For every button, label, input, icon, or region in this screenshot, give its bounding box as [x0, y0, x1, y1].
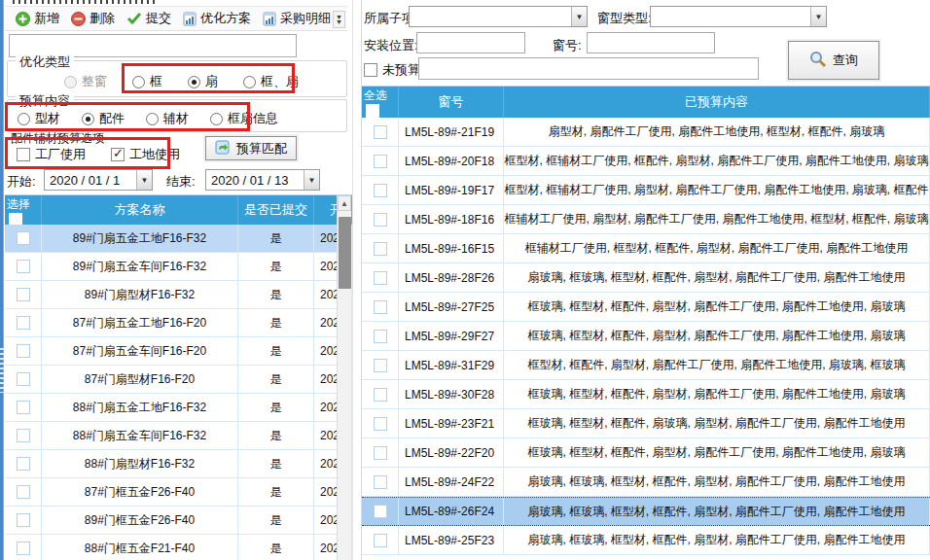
window-row[interactable]: LM5L-89#-26F24扇玻璃, 框玻璃, 框型材, 框配件, 扇型材, 扇…: [362, 497, 930, 526]
plan-row[interactable]: 88#门框五金F21-F40是2020/0: [5, 535, 352, 560]
row-checkbox[interactable]: [374, 242, 387, 256]
row-checkbox[interactable]: [17, 401, 30, 414]
plan-row[interactable]: 87#门框五金F26-F40是2020/0: [5, 478, 352, 507]
window-row[interactable]: LM5L-89#-27F25框玻璃, 框型材, 框配件, 扇型材, 扇配件工厂使…: [362, 293, 930, 322]
plan-row[interactable]: 87#门扇五金车间F16-F20是2020/0: [5, 337, 352, 366]
window-row[interactable]: LM5L-89#-20F18框型材, 框辅材工厂使用, 框配件, 扇型材, 扇配…: [362, 147, 930, 176]
docked-panel-strip[interactable]: [0, 0, 4, 560]
chevron-down-icon[interactable]: ▼: [136, 170, 152, 190]
row-select-cell: [362, 293, 399, 321]
chevron-down-icon[interactable]: ▼: [810, 7, 826, 26]
strip-drag-handle[interactable]: [0, 348, 4, 393]
window-row[interactable]: LM5L-89#-22F20框玻璃, 框型材, 框配件, 扇型材, 扇配件工厂使…: [362, 438, 930, 468]
start-date-picker[interactable]: 2020 / 01 / 1 ▼: [44, 169, 153, 191]
window-row[interactable]: LM5L-89#-28F26扇玻璃, 框玻璃, 框型材, 框配件, 扇型材, 扇…: [362, 263, 930, 293]
plan-row[interactable]: 89#门框五金F26-F40是2020/0: [5, 507, 352, 535]
row-checkbox[interactable]: [374, 534, 387, 547]
checkbox-option-site-use[interactable]: 工地使用: [111, 146, 180, 163]
delete-button[interactable]: 删除: [66, 7, 122, 30]
window-no-input[interactable]: [587, 32, 715, 53]
plan-row[interactable]: 88#门扇型材F16-F32是2020/0: [5, 450, 352, 478]
plan-row[interactable]: 87#门扇五金工地F16-F20是2020/0: [5, 309, 352, 337]
row-checkbox[interactable]: [374, 184, 387, 197]
window-row[interactable]: LM5L-89#-18F16框辅材工厂使用, 扇型材, 扇配件工厂使用, 扇配件…: [362, 205, 930, 234]
select-all-checkbox[interactable]: [366, 104, 379, 118]
row-checkbox[interactable]: [17, 288, 30, 301]
row-checkbox[interactable]: [374, 271, 387, 285]
row-checkbox[interactable]: [17, 316, 30, 330]
window-row[interactable]: LM5L-89#-31F29框型材, 框配件, 扇型材, 扇配件工厂使用, 扇配…: [362, 351, 930, 380]
window-row[interactable]: LM5L-89#-19F17框型材, 框辅材工厂使用, 扇型材, 扇配件工厂使用…: [362, 176, 930, 205]
row-checkbox[interactable]: [374, 388, 387, 402]
window-row[interactable]: LM5L-89#-30F28框玻璃, 框型材, 框配件, 扇型材, 扇配件工厂使…: [362, 380, 930, 409]
end-date-picker[interactable]: 2020 / 01 / 13 ▼: [205, 169, 320, 191]
row-select-cell: [5, 225, 42, 252]
add-button[interactable]: 新增: [11, 7, 66, 30]
submit-button[interactable]: 提交: [122, 7, 178, 30]
row-checkbox[interactable]: [374, 330, 387, 343]
row-checkbox[interactable]: [374, 446, 387, 460]
scroll-up-arrow[interactable]: ▲: [338, 195, 351, 211]
row-checkbox[interactable]: [17, 485, 30, 499]
row-checkbox[interactable]: [17, 372, 30, 386]
select-all-checkbox[interactable]: [9, 213, 22, 225]
radio-option-frame[interactable]: 框: [132, 73, 162, 90]
plan-row[interactable]: 89#门扇五金工地F16-F32是2020/0: [5, 225, 352, 253]
plans-table-scrollbar[interactable]: ▲: [337, 195, 351, 560]
row-checkbox[interactable]: [17, 231, 30, 245]
optimize-plan-button[interactable]: 优化方案: [178, 7, 258, 30]
row-checkbox[interactable]: [374, 359, 387, 372]
plan-row[interactable]: 89#门扇五金车间F16-F32是2020/0: [5, 253, 352, 281]
window-row[interactable]: LM5L-89#-23F21框玻璃, 框型材, 框配件, 扇玻璃, 扇型材, 扇…: [362, 409, 930, 438]
window-type-combobox[interactable]: ▼: [650, 6, 827, 27]
window-row[interactable]: LM5L-89#-21F19扇型材, 扇配件工厂使用, 扇配件工地使用, 框型材…: [362, 118, 930, 147]
radio-option-auxiliary[interactable]: 辅材: [146, 110, 189, 127]
query-button[interactable]: 查询: [788, 41, 879, 80]
row-checkbox[interactable]: [17, 260, 30, 273]
window-row[interactable]: LM5L-89#-16F15框辅材工厂使用, 框型材, 框配件, 扇型材, 扇配…: [362, 234, 930, 263]
row-checkbox[interactable]: [17, 344, 30, 358]
row-select-cell: [5, 422, 42, 449]
checkbox-option-factory-use[interactable]: 工厂使用: [17, 146, 86, 163]
radio-option-profile[interactable]: 型材: [18, 110, 60, 127]
row-checkbox[interactable]: [374, 475, 387, 489]
window-row[interactable]: LM5L-89#-25F23扇玻璃, 框玻璃, 框型材, 框配件, 扇型材, 扇…: [362, 526, 930, 555]
budget-match-button-label: 预算匹配: [236, 140, 287, 158]
plan-row[interactable]: 87#门扇型材F16-F20是2020/0: [5, 366, 352, 394]
chevron-down-icon[interactable]: ▼: [571, 7, 587, 26]
window-row[interactable]: LM5L-89#-29F27框玻璃, 框型材, 框配件, 扇型材, 扇配件工厂使…: [362, 322, 930, 351]
windows-table: 全选 窗号 已预算内容 LM5L-89#-21F19扇型材, 扇配件工厂使用, …: [362, 86, 930, 560]
install-position-input[interactable]: [416, 32, 525, 53]
row-checkbox[interactable]: [17, 542, 30, 555]
row-checkbox[interactable]: [17, 457, 30, 471]
row-checkbox[interactable]: [374, 125, 387, 139]
radio-option-sash[interactable]: 扇: [188, 73, 218, 90]
plan-row[interactable]: 88#门扇五金工地F16-F32是2020/0: [5, 394, 352, 422]
window-row[interactable]: LM5L-89#-24F22扇玻璃, 框玻璃, 框型材, 框配件, 扇型材, 扇…: [362, 468, 930, 497]
row-checkbox[interactable]: [374, 155, 387, 168]
budget-match-button[interactable]: 预算匹配: [205, 136, 297, 160]
panel-splitter[interactable]: [352, 0, 362, 560]
row-checkbox[interactable]: [374, 505, 387, 518]
optimize-plan-button-label: 优化方案: [200, 10, 251, 27]
row-checkbox[interactable]: [374, 417, 387, 431]
scrollbar-thumb[interactable]: [339, 217, 351, 289]
row-checkbox[interactable]: [374, 213, 387, 227]
row-checkbox[interactable]: [374, 300, 387, 314]
radio-option-frame-sash-info[interactable]: 框扇信息: [210, 110, 278, 127]
sub-item-combobox[interactable]: ▼: [409, 6, 588, 27]
radio-option-frame-sash[interactable]: 框、扇: [243, 73, 299, 90]
row-checkbox[interactable]: [17, 429, 30, 442]
no-budget-checkbox-option[interactable]: 未预算:: [364, 61, 424, 79]
plan-row[interactable]: 89#门扇型材F16-F32是2020/0: [5, 281, 352, 309]
row-select-cell: [362, 526, 399, 554]
radio-option-accessory[interactable]: 配件: [82, 110, 125, 127]
no-budget-input[interactable]: [418, 57, 759, 80]
radio-icon: [243, 76, 256, 88]
row-checkbox[interactable]: [17, 513, 30, 527]
plan-submitted-cell: 是: [238, 450, 314, 477]
plan-name-cell: 89#门框五金F26-F40: [42, 507, 238, 534]
toolbar-overflow-button[interactable]: ▼▼: [333, 11, 345, 28]
plan-row[interactable]: 88#门扇五金车间F16-F32是2020/0: [5, 422, 352, 450]
chevron-down-icon[interactable]: ▼: [304, 170, 319, 190]
